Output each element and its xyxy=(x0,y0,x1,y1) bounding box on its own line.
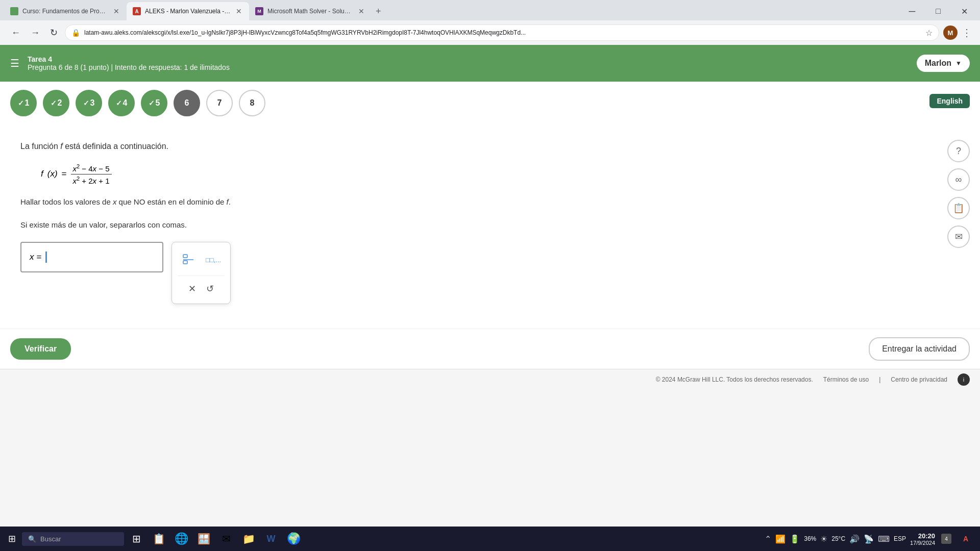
tab-favicon-1 xyxy=(10,7,18,15)
infinity-button[interactable]: ∞ xyxy=(947,168,970,191)
keyboard-row-1: □□,... xyxy=(178,248,224,271)
svg-rect-0 xyxy=(183,255,187,258)
header-info: Tarea 4 Pregunta 6 de 8 (1 punto) | Inte… xyxy=(28,55,909,71)
submit-button[interactable]: Entregar la actividad xyxy=(869,337,970,361)
undo-key[interactable]: ↺ xyxy=(203,280,217,297)
system-icons: ⌃ 📶 🔋 36% ☀ 25°C 🔊 📡 ⌨ ESP xyxy=(765,534,906,544)
tab-bar: Curso: Fundamentos de Progra... ✕ A ALEK… xyxy=(0,0,980,20)
tab-favicon-3: M xyxy=(255,7,263,15)
clear-key[interactable]: ✕ xyxy=(185,280,199,297)
bookmark-icon[interactable]: ☆ xyxy=(925,28,933,38)
answer-input-box[interactable]: x = xyxy=(20,242,163,272)
search-icon: 🔍 xyxy=(28,535,36,543)
lock-icon: 🔒 xyxy=(71,29,80,37)
formula-numerator: x2 − 4x − 5 xyxy=(71,163,112,174)
taskview-button[interactable]: ⊞ xyxy=(126,529,146,549)
footer-bar: Verificar Entregar la actividad xyxy=(0,329,980,369)
clock[interactable]: 20:20 17/9/2024 xyxy=(910,532,935,546)
hamburger-menu-button[interactable]: ☰ xyxy=(10,57,19,69)
minimize-button[interactable]: ─ xyxy=(901,6,924,17)
checkmark-icon-2: ✓ xyxy=(51,99,57,107)
windows-taskbar: ⊞ 🔍 Buscar ⊞ 📋 🌐 🪟 ✉ 📁 W 🌍 ⌃ 📶 🔋 36% ☀ 2… xyxy=(0,527,980,551)
question-button-3[interactable]: ✓3 xyxy=(76,90,102,116)
taskbar-mail-icon[interactable]: ✉ xyxy=(216,529,236,549)
browser-menu-button[interactable]: ⋮ xyxy=(962,27,972,39)
question-button-5[interactable]: ✓5 xyxy=(141,90,167,116)
browser-chrome: Curso: Fundamentos de Progra... ✕ A ALEK… xyxy=(0,0,980,45)
fraction-icon xyxy=(181,252,195,266)
question-button-2[interactable]: ✓2 xyxy=(43,90,69,116)
question-button-1[interactable]: ✓1 xyxy=(10,90,37,116)
keyboard-icon[interactable]: ⌨ xyxy=(878,534,890,544)
wifi-icon[interactable]: 📶 xyxy=(775,534,786,544)
tab-close-1[interactable]: ✕ xyxy=(112,6,120,16)
taskbar-store-icon[interactable]: 🪟 xyxy=(193,529,214,549)
search-placeholder: Buscar xyxy=(40,535,61,543)
search-bar[interactable]: 🔍 Buscar xyxy=(22,532,124,546)
tab-1[interactable]: Curso: Fundamentos de Progra... ✕ xyxy=(4,2,127,20)
answer-area: x = □□,... ✕ xyxy=(20,242,960,304)
volume-icon[interactable]: 🔊 xyxy=(849,534,860,544)
taskbar-word-icon[interactable]: W xyxy=(261,529,281,549)
url-bar[interactable]: 🔒 latam-awu.aleks.com/alekscgi/x/lsl.exe… xyxy=(65,24,939,41)
taskbar-right: ⌃ 📶 🔋 36% ☀ 25°C 🔊 📡 ⌨ ESP 20:20 17/9/20… xyxy=(765,529,976,549)
notes-button[interactable]: 📋 xyxy=(947,197,970,219)
reload-button[interactable]: ↻ xyxy=(47,24,61,41)
forward-button[interactable]: → xyxy=(28,24,43,41)
back-button[interactable]: ← xyxy=(8,24,23,41)
network-icon[interactable]: 📡 xyxy=(864,534,874,544)
question-instruction-2: Si existe más de un valor, separarlos co… xyxy=(20,218,960,232)
taskbar-aleks-icon[interactable]: A xyxy=(955,529,976,549)
notes-icon: 📋 xyxy=(953,203,964,214)
notification-badge[interactable]: 4 xyxy=(941,534,951,544)
english-language-button[interactable]: English xyxy=(929,94,970,108)
tab-close-2[interactable]: ✕ xyxy=(235,6,243,16)
close-button[interactable]: ✕ xyxy=(953,7,976,16)
copyright-bar: © 2024 McGraw Hill LLC. Todos los derech… xyxy=(0,369,980,390)
notification-count: 4 xyxy=(945,536,948,542)
math-keyboard: □□,... ✕ ↺ xyxy=(172,242,231,304)
taskbar-chrome-icon[interactable]: 🌍 xyxy=(283,529,304,549)
battery-icon[interactable]: 🔋 xyxy=(790,534,800,544)
verify-button[interactable]: Verificar xyxy=(10,338,71,360)
app-header: ☰ Tarea 4 Pregunta 6 de 8 (1 punto) | In… xyxy=(0,45,980,82)
question-button-6[interactable]: 6 xyxy=(174,90,200,116)
formula-display: f (x) = x2 − 4x − 5 x2 + 2x + 1 xyxy=(41,163,960,185)
taskbar-notepad-icon[interactable]: 📋 xyxy=(149,529,169,549)
system-tray-arrow[interactable]: ⌃ xyxy=(765,534,771,544)
tab-close-3[interactable]: ✕ xyxy=(357,6,365,16)
mail-button[interactable]: ✉ xyxy=(947,226,970,248)
right-tools: ? ∞ 📋 ✉ xyxy=(947,140,970,248)
maximize-button[interactable]: □ xyxy=(927,7,949,16)
tab-3[interactable]: M Microsoft Math Solver - Solucic... ✕ xyxy=(249,2,372,20)
privacy-link[interactable]: Centro de privacidad xyxy=(891,376,947,383)
formula-fx: f xyxy=(41,169,43,179)
question-button-7[interactable]: 7 xyxy=(206,90,233,116)
template-key[interactable]: □□,... xyxy=(203,248,224,271)
question-button-4[interactable]: ✓4 xyxy=(108,90,135,116)
question-navigation: ✓1 ✓2 ✓3 ✓4 ✓5 6 7 8 xyxy=(0,82,980,124)
new-tab-button[interactable]: + xyxy=(372,6,385,17)
infinity-icon: ∞ xyxy=(955,174,962,185)
start-button[interactable]: ⊞ xyxy=(4,529,20,548)
clock-date: 17/9/2024 xyxy=(910,540,935,546)
dropdown-arrow-icon: ▼ xyxy=(955,60,962,67)
temperature: 25°C xyxy=(831,535,845,542)
taskbar-files-icon[interactable]: 📁 xyxy=(238,529,259,549)
taskbar-edge-icon[interactable]: 🌐 xyxy=(171,529,191,549)
profile-avatar[interactable]: M xyxy=(943,26,958,40)
copyright-text: © 2024 McGraw Hill LLC. Todos los derech… xyxy=(656,376,813,383)
help-button[interactable]: ? xyxy=(947,140,970,162)
clock-time: 20:20 xyxy=(910,532,935,540)
fraction-key[interactable] xyxy=(178,248,199,271)
terms-link[interactable]: Términos de uso xyxy=(823,376,869,383)
checkmark-icon-4: ✓ xyxy=(116,99,122,107)
url-text: latam-awu.aleks.com/alekscgi/x/lsl.exe/1… xyxy=(84,29,921,36)
input-label: x = xyxy=(30,252,41,262)
user-menu-button[interactable]: Marlon ▼ xyxy=(917,55,970,72)
formula-expression: f (x) = x2 − 4x − 5 x2 + 2x + 1 xyxy=(41,163,112,185)
question-button-8[interactable]: 8 xyxy=(239,90,265,116)
weather-icon[interactable]: ☀ xyxy=(820,534,827,544)
tab-2[interactable]: A ALEKS - Marlon Valenzuela - Ta... ✕ xyxy=(127,2,249,20)
info-badge[interactable]: i xyxy=(958,373,970,386)
